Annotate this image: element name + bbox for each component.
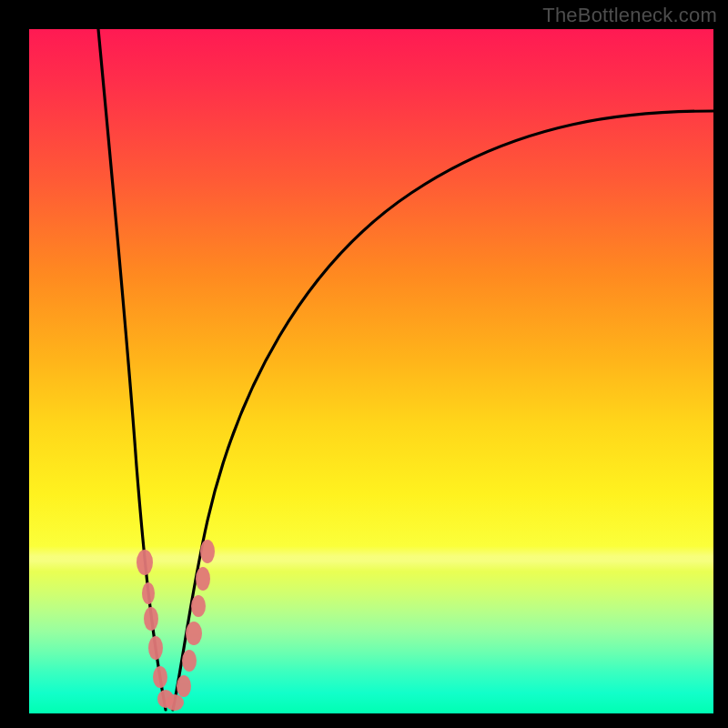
bead <box>191 595 206 617</box>
bead <box>136 550 153 575</box>
bead <box>177 675 191 697</box>
bead-cluster <box>136 540 215 711</box>
right-curve <box>173 111 713 710</box>
bead <box>196 567 210 591</box>
bead <box>148 636 163 660</box>
bead <box>144 607 158 631</box>
left-curve <box>98 29 166 710</box>
watermark-text: TheBottleneck.com <box>542 4 717 27</box>
bead <box>142 582 155 604</box>
plot-area <box>29 29 713 713</box>
bead <box>200 540 215 563</box>
bead <box>186 622 202 645</box>
bead <box>153 666 167 688</box>
bead <box>182 650 197 672</box>
bead <box>166 694 184 711</box>
chart-svg <box>29 29 713 713</box>
